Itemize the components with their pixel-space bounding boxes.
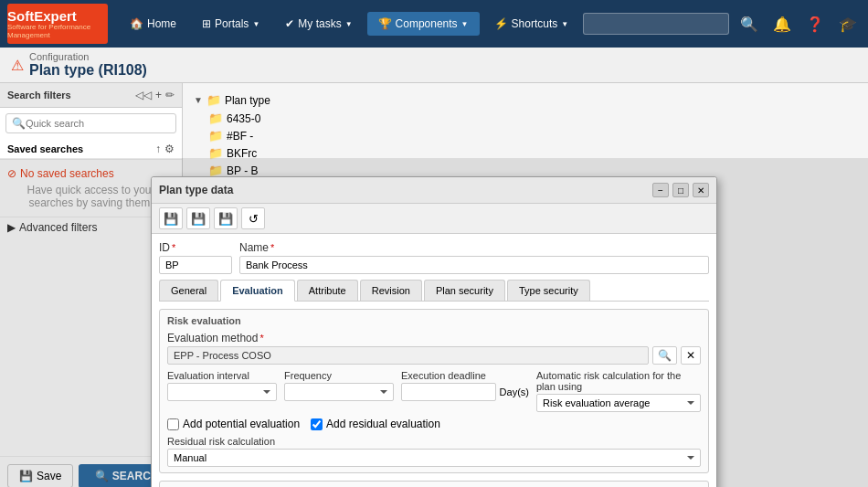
risk-evaluation-title: Risk evaluation xyxy=(167,315,701,326)
modal-minimize-button[interactable]: − xyxy=(652,183,669,197)
modal-title: Plan type data xyxy=(159,184,233,196)
check-icon: ✔ xyxy=(285,17,294,30)
tree-expand-icon: ▼ xyxy=(194,95,203,105)
search-input[interactable] xyxy=(26,118,170,129)
components-button[interactable]: 🏆 Components ▼ xyxy=(367,12,480,36)
home-button[interactable]: 🏠 Home xyxy=(119,12,187,36)
plan-type-modal: Plan type data − □ ✕ 💾 💾 💾 ↺ xyxy=(151,176,717,487)
page-title: Plan type (RI108) xyxy=(29,62,147,79)
panel-title: Search filters xyxy=(7,90,71,101)
logo-main: SoftExpert xyxy=(7,9,108,23)
id-label: ID * xyxy=(159,241,232,254)
panel-collapse-button[interactable]: ◁◁ xyxy=(135,89,152,101)
auto-risk-select[interactable]: Risk evaluation average xyxy=(536,394,701,412)
tab-revision[interactable]: Revision xyxy=(360,280,422,301)
mytasks-button[interactable]: ✔ My tasks ▼ xyxy=(274,12,363,36)
eval-method-input[interactable] xyxy=(167,346,649,365)
modal-titlebar: Plan type data − □ ✕ xyxy=(152,177,716,204)
eval-method-label: Evaluation method * xyxy=(167,332,701,344)
help-button[interactable]: ❓ xyxy=(802,11,828,37)
add-potential-label[interactable]: Add potential evaluation xyxy=(167,418,300,430)
top-navigation: SoftExpert Software for Performance Mana… xyxy=(0,0,868,48)
tree-header-plantype[interactable]: ▼ 📁 Plan type xyxy=(190,90,861,110)
name-group: Name * xyxy=(239,241,709,274)
folder-icon: 📁 xyxy=(208,129,223,143)
tab-evaluation[interactable]: Evaluation xyxy=(220,280,295,302)
eval-method-group: Evaluation method * 🔍 ✕ xyxy=(167,332,701,365)
residual-calc-label: Residual risk calculation xyxy=(167,436,701,447)
tab-general[interactable]: General xyxy=(159,280,218,301)
portals-caret: ▼ xyxy=(252,20,259,28)
eval-interval-select[interactable] xyxy=(167,383,277,401)
name-input[interactable] xyxy=(239,256,709,274)
search-icon: 🔍 xyxy=(12,117,26,130)
frequency-group: Frequency xyxy=(284,370,394,401)
modal-controls: − □ ✕ xyxy=(652,183,709,197)
add-residual-label[interactable]: Add residual evaluation xyxy=(311,418,440,430)
tab-attribute[interactable]: Attribute xyxy=(297,280,358,301)
tab-type-security[interactable]: Type security xyxy=(507,280,590,301)
name-required: * xyxy=(270,242,274,253)
notification-button[interactable]: 🔔 xyxy=(769,11,795,37)
checkbox-row: Add potential evaluation Add residual ev… xyxy=(167,418,701,430)
breadcrumb: ⚠ Configuration Plan type (RI108) xyxy=(0,48,868,83)
logo: SoftExpert Software for Performance Mana… xyxy=(7,4,108,44)
modal-overlay: Plan type data − □ ✕ 💾 💾 💾 ↺ xyxy=(0,158,868,487)
settings-button[interactable]: 🎓 xyxy=(835,11,861,37)
saved-gear-button[interactable]: ⚙ xyxy=(164,143,175,155)
modal-close-button[interactable]: ✕ xyxy=(693,183,709,197)
frequency-select[interactable] xyxy=(284,383,394,401)
refresh-button[interactable]: ↺ xyxy=(241,207,265,229)
panel-edit-button[interactable]: ✏ xyxy=(165,89,175,101)
nav-search-button[interactable]: 🔍 xyxy=(736,11,762,37)
modal-toolbar: 💾 💾 💾 ↺ xyxy=(152,204,716,234)
id-name-row: ID * Name * xyxy=(159,241,709,274)
portals-button[interactable]: ⊞ Portals ▼ xyxy=(191,12,270,36)
eval-interval-label: Evaluation interval xyxy=(167,370,277,381)
saved-up-button[interactable]: ↑ xyxy=(155,143,161,155)
id-required: * xyxy=(172,242,175,253)
control-effectiveness-section: Control effectiveness Evaluation method … xyxy=(159,481,709,487)
modal-maximize-button[interactable]: □ xyxy=(672,183,689,197)
tab-plan-security[interactable]: Plan security xyxy=(424,280,505,301)
nav-search-input[interactable] xyxy=(583,13,729,35)
exec-deadline-input[interactable] xyxy=(401,383,496,401)
panel-header: Search filters ◁◁ + ✏ xyxy=(0,83,182,108)
name-label: Name * xyxy=(239,241,709,254)
shortcuts-button[interactable]: ⚡ Shortcuts ▼ xyxy=(483,12,580,36)
residual-calc-select[interactable]: Manual xyxy=(167,449,701,467)
add-residual-checkbox[interactable] xyxy=(311,418,323,430)
id-group: ID * xyxy=(159,241,232,274)
residual-calc-group: Residual risk calculation Manual xyxy=(167,436,701,467)
bolt-icon: ⚡ xyxy=(494,17,508,30)
logo-sub: Software for Performance Management xyxy=(7,23,108,39)
breadcrumb-config: Configuration xyxy=(29,51,147,62)
id-input[interactable] xyxy=(159,256,232,274)
eval-method-search-button[interactable]: 🔍 xyxy=(652,346,677,365)
trophy-icon: 🏆 xyxy=(378,17,392,30)
frequency-label: Frequency xyxy=(284,370,394,381)
days-label: Day(s) xyxy=(500,386,529,397)
auto-risk-group: Automatic risk calculation for the plan … xyxy=(536,370,701,412)
interval-row: Evaluation interval Frequency Execution … xyxy=(167,370,701,412)
tree-item-6435[interactable]: 📁 6435-0 xyxy=(205,110,861,127)
tree-item-plantype: Plan type xyxy=(225,94,270,107)
tree-item-bf[interactable]: 📁 #BF - xyxy=(205,127,861,144)
save-close-button[interactable]: 💾 xyxy=(214,207,238,229)
add-potential-checkbox[interactable] xyxy=(167,418,179,430)
panel-plus-button[interactable]: + xyxy=(155,89,162,101)
exec-deadline-label: Execution deadline xyxy=(401,370,529,381)
search-input-wrapper: 🔍 xyxy=(5,113,176,133)
components-caret: ▼ xyxy=(461,20,469,28)
save-button[interactable]: 💾 xyxy=(159,207,183,229)
auto-risk-label: Automatic risk calculation for the plan … xyxy=(536,370,701,392)
eval-method-clear-button[interactable]: ✕ xyxy=(681,346,701,365)
saved-searches-header: Saved searches ↑ ⚙ xyxy=(0,139,182,160)
warning-icon: ⚠ xyxy=(11,57,24,74)
exec-deadline-row: Day(s) xyxy=(401,383,529,401)
save-all-button[interactable]: 💾 xyxy=(186,207,210,229)
nav-search-area: 🔍 🔔 ❓ 🎓 👤 xyxy=(583,8,868,39)
eval-method-row: 🔍 ✕ xyxy=(167,346,701,365)
grid-icon: ⊞ xyxy=(202,17,211,30)
search-box-container: 🔍 xyxy=(0,108,182,139)
